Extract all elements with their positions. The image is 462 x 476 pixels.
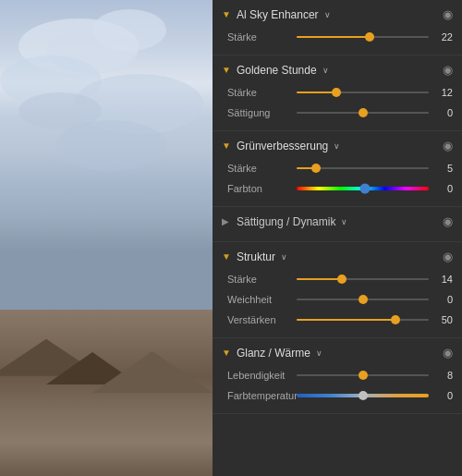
slider-label-grunverbesserung-0: Stärke — [227, 163, 297, 174]
section-header-glanz-warme[interactable]: ▼Glanz / Wärme∨◉ — [213, 338, 462, 365]
slider-track-container-goldene-stunde-1[interactable] — [297, 105, 429, 120]
section-title-area-goldene-stunde: ▼Goldene Stunde∨ — [222, 64, 329, 77]
section-header-ai-sky-enhancer[interactable]: ▼Al Sky Enhancer∨◉ — [213, 0, 462, 27]
slider-fill-ai-sky-enhancer-0 — [297, 36, 370, 38]
slider-thumb-grunverbesserung-0[interactable] — [311, 164, 321, 173]
section-chevron-grunverbesserung: ∨ — [334, 141, 340, 151]
section-grunverbesserung: ▼Grünverbesserung∨◉Stärke5Farbton0 — [213, 131, 462, 207]
slider-track-struktur-0 — [297, 278, 429, 280]
section-title-area-struktur: ▼Struktur∨ — [222, 250, 287, 263]
slider-row-grunverbesserung-1: Farbton0 — [213, 178, 462, 199]
slider-track-rainbow-grunverbesserung-1 — [297, 187, 429, 190]
section-expand-icon-ai-sky-enhancer[interactable]: ▼ — [222, 9, 231, 19]
slider-fill-goldene-stunde-0 — [297, 92, 336, 93]
slider-thumb-glanz-warme-0[interactable] — [359, 371, 368, 380]
slider-value-ai-sky-enhancer-0: 22 — [432, 31, 453, 43]
section-sattigung-dynamik: ▶Sättigung / Dynamik∨◉ — [213, 207, 462, 242]
slider-thumb-ai-sky-enhancer-0[interactable] — [365, 32, 374, 42]
slider-track-container-grunverbesserung-1[interactable] — [297, 181, 429, 196]
slider-thumb-struktur-0[interactable] — [337, 275, 346, 284]
visibility-toggle-goldene-stunde[interactable]: ◉ — [443, 63, 453, 77]
section-header-sattigung-dynamik[interactable]: ▶Sättigung / Dynamik∨◉ — [213, 207, 462, 234]
slider-track-container-struktur-1[interactable] — [297, 292, 429, 307]
section-header-grunverbesserung[interactable]: ▼Grünverbesserung∨◉ — [213, 131, 462, 158]
section-expand-icon-sattigung-dynamik[interactable]: ▶ — [222, 216, 229, 226]
cloud-decoration — [92, 9, 166, 51]
slider-track-container-goldene-stunde-0[interactable] — [297, 85, 429, 100]
section-header-goldene-stunde[interactable]: ▼Goldene Stunde∨◉ — [213, 55, 462, 82]
slider-label-struktur-2: Verstärken — [227, 314, 297, 325]
visibility-toggle-glanz-warme[interactable]: ◉ — [443, 346, 453, 360]
slider-track-container-grunverbesserung-0[interactable] — [297, 161, 429, 176]
slider-track-container-struktur-2[interactable] — [297, 312, 429, 327]
slider-value-struktur-2: 50 — [432, 314, 453, 325]
section-expand-icon-glanz-warme[interactable]: ▼ — [222, 348, 231, 358]
section-chevron-goldene-stunde: ∨ — [322, 66, 329, 75]
section-expand-icon-goldene-stunde[interactable]: ▼ — [222, 65, 231, 75]
slider-value-grunverbesserung-0: 5 — [432, 163, 453, 174]
section-header-struktur[interactable]: ▼Struktur∨◉ — [213, 242, 462, 269]
slider-row-ai-sky-enhancer-0: Stärke22 — [213, 27, 462, 47]
slider-value-goldene-stunde-1: 0 — [432, 107, 453, 118]
section-title-area-ai-sky-enhancer: ▼Al Sky Enhancer∨ — [222, 8, 331, 21]
section-title-glanz-warme: Glanz / Wärme — [237, 347, 310, 360]
slider-row-struktur-0: Stärke14 — [213, 269, 462, 289]
slider-thumb-grunverbesserung-1[interactable] — [360, 184, 371, 194]
slider-label-struktur-1: Weichheit — [227, 294, 297, 305]
section-title-goldene-stunde: Goldene Stunde — [237, 64, 317, 77]
slider-track-struktur-2 — [297, 319, 429, 321]
slider-label-glanz-warme-1: Farbtemperatur — [227, 390, 297, 401]
cloud-decoration — [55, 120, 166, 171]
slider-thumb-struktur-2[interactable] — [391, 315, 400, 324]
section-ai-sky-enhancer: ▼Al Sky Enhancer∨◉Stärke22 — [213, 0, 462, 55]
slider-value-glanz-warme-1: 0 — [432, 390, 453, 401]
slider-row-struktur-2: Verstärken50 — [213, 310, 462, 330]
slider-label-glanz-warme-0: Lebendigkeit — [227, 370, 297, 381]
slider-label-goldene-stunde-1: Sättigung — [227, 107, 297, 118]
sky-background — [0, 0, 213, 334]
slider-track-struktur-1 — [297, 299, 429, 300]
slider-label-grunverbesserung-1: Farbton — [227, 183, 297, 194]
slider-track-goldene-stunde-1 — [297, 112, 429, 114]
slider-fill-struktur-2 — [297, 319, 395, 321]
slider-fill-struktur-0 — [297, 278, 342, 280]
slider-track-container-ai-sky-enhancer-0[interactable] — [297, 30, 429, 44]
slider-thumb-struktur-1[interactable] — [359, 295, 368, 304]
slider-row-goldene-stunde-1: Sättigung0 — [213, 103, 462, 123]
visibility-toggle-grunverbesserung[interactable]: ◉ — [443, 139, 453, 153]
slider-track-container-glanz-warme-0[interactable] — [297, 368, 429, 383]
slider-value-struktur-0: 14 — [432, 274, 453, 285]
roof-background — [0, 310, 213, 476]
section-chevron-glanz-warme: ∨ — [316, 348, 322, 358]
slider-label-ai-sky-enhancer-0: Stärke — [227, 31, 297, 43]
section-expand-icon-struktur[interactable]: ▼ — [222, 251, 231, 262]
section-title-grunverbesserung: Grünverbesserung — [237, 140, 328, 153]
visibility-toggle-struktur[interactable]: ◉ — [443, 250, 453, 263]
slider-row-struktur-1: Weichheit0 — [213, 289, 462, 310]
slider-track-temp-glanz-warme-1 — [297, 394, 429, 397]
slider-track-glanz-warme-0 — [297, 374, 429, 376]
section-chevron-ai-sky-enhancer: ∨ — [324, 10, 331, 19]
slider-value-struktur-1: 0 — [432, 294, 453, 305]
image-preview — [0, 0, 213, 476]
slider-track-ai-sky-enhancer-0 — [297, 36, 429, 38]
slider-track-goldene-stunde-0 — [297, 92, 429, 93]
section-chevron-struktur: ∨ — [281, 252, 287, 262]
slider-row-grunverbesserung-0: Stärke5 — [213, 158, 462, 178]
section-title-ai-sky-enhancer: Al Sky Enhancer — [237, 8, 319, 21]
section-title-area-sattigung-dynamik: ▶Sättigung / Dynamik∨ — [222, 215, 347, 228]
visibility-toggle-sattigung-dynamik[interactable]: ◉ — [443, 214, 453, 228]
visibility-toggle-ai-sky-enhancer[interactable]: ◉ — [443, 7, 453, 21]
section-title-area-glanz-warme: ▼Glanz / Wärme∨ — [222, 347, 322, 360]
section-title-struktur: Struktur — [237, 250, 275, 263]
slider-track-container-struktur-0[interactable] — [297, 272, 429, 287]
slider-thumb-goldene-stunde-1[interactable] — [359, 108, 368, 117]
slider-track-container-glanz-warme-1[interactable] — [297, 388, 429, 403]
section-struktur: ▼Struktur∨◉Stärke14Weichheit0Verstärken5… — [213, 242, 462, 338]
section-title-area-grunverbesserung: ▼Grünverbesserung∨ — [222, 140, 340, 153]
slider-thumb-glanz-warme-1[interactable] — [359, 391, 368, 400]
adjustment-panel: ▼Al Sky Enhancer∨◉Stärke22▼Goldene Stund… — [213, 0, 462, 476]
slider-thumb-goldene-stunde-0[interactable] — [332, 88, 341, 97]
section-chevron-sattigung-dynamik: ∨ — [341, 217, 347, 226]
section-expand-icon-grunverbesserung[interactable]: ▼ — [222, 140, 231, 151]
